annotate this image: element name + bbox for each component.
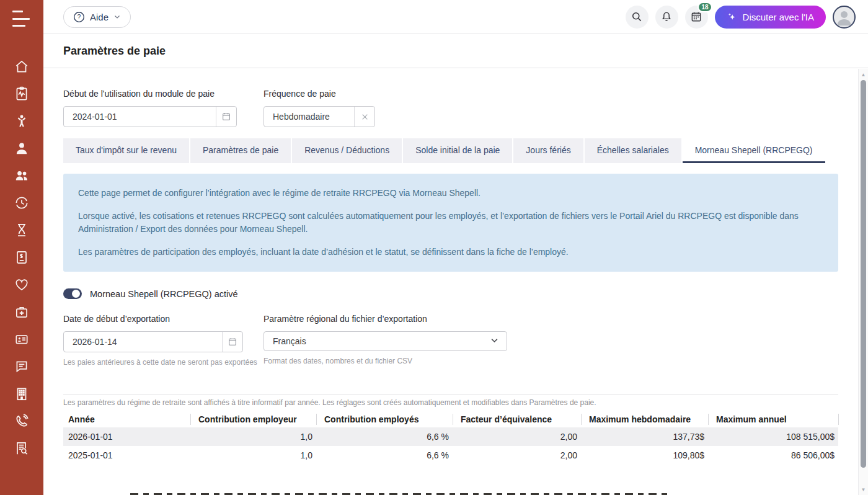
table-cell: 109,80$: [581, 450, 708, 460]
sidebar-item-employee[interactable]: [8, 136, 35, 163]
table-header-row: AnnéeContribution employeurContribution …: [63, 411, 838, 427]
table-cell: 2,00: [453, 432, 581, 442]
column-header: Maximum hebdomadaire: [581, 414, 708, 425]
chat-ai-label: Discuter avec l'IA: [743, 12, 814, 22]
people-icon: [14, 167, 30, 186]
help-button[interactable]: ? Aide: [63, 6, 131, 28]
column-header: Contribution employés: [316, 414, 453, 425]
sidebar-item-first-aid-kit[interactable]: [8, 300, 35, 327]
tab-6[interactable]: Morneau Shepell (RRCPEGQ): [683, 138, 825, 163]
pay-frequency-label: Fréquence de paie: [264, 89, 375, 99]
chat-icon: [14, 359, 30, 377]
sidebar-item-health-report[interactable]: [8, 81, 35, 109]
id-card-icon: [14, 331, 30, 350]
sidebar-item-pay-statement[interactable]: [8, 245, 35, 272]
scroll-down-icon[interactable]: ▼: [859, 485, 868, 494]
page-title: Paramètres de paie: [63, 45, 166, 58]
topbar: ? Aide 18 Discuter avec l'IA: [43, 0, 868, 34]
tab-4[interactable]: Jours fériés: [513, 138, 583, 163]
export-date-value: 2026-01-14: [64, 332, 222, 352]
vertical-scrollbar[interactable]: ▲ ▼: [858, 69, 868, 495]
tab-2[interactable]: Revenus / Déductions: [292, 138, 402, 163]
tab-0[interactable]: Taux d'impôt sur le revenu: [63, 138, 189, 163]
report-search-icon: [14, 440, 30, 459]
table-cell: 2025-01-01: [63, 450, 190, 460]
menu-icon[interactable]: [12, 11, 31, 27]
export-date-input[interactable]: 2026-01-14: [63, 331, 243, 352]
main-area: ? Aide 18 Discuter avec l'IA: [43, 0, 868, 495]
building-icon: [14, 386, 30, 404]
export-locale-select[interactable]: Français: [264, 331, 507, 351]
sparkle-icon: [727, 12, 737, 22]
toggle-label: Morneau Shepell (RRCPEGQ) activé: [90, 289, 238, 299]
payroll-start-input[interactable]: 2024-01-01: [63, 106, 237, 127]
sidebar-item-phone[interactable]: [8, 409, 35, 436]
search-icon: [631, 11, 643, 23]
pay-statement-icon: [14, 249, 30, 268]
table-cell: 1,0: [190, 432, 316, 442]
date-picker-icon[interactable]: [222, 332, 242, 352]
payroll-start-label: Début de l'utilisation du module de paie: [63, 89, 264, 99]
child-icon: [14, 113, 30, 132]
phone-icon: [14, 413, 30, 432]
table-cell: 2,00: [453, 450, 581, 460]
employee-icon: [14, 140, 30, 159]
export-locale-helper: Format des dates, nombres et du fichier …: [264, 357, 507, 365]
question-icon: ?: [73, 11, 85, 23]
sidebar-item-clock[interactable]: [8, 190, 35, 218]
help-label: Aide: [90, 12, 108, 22]
avatar[interactable]: [833, 6, 856, 29]
table-body: 2026-01-011,06,6 %2,00137,73$108 515,00$…: [63, 427, 838, 465]
tab-bar: Taux d'impôt sur le revenuParamètres de …: [63, 138, 838, 163]
calendar-button[interactable]: 18: [685, 6, 708, 29]
tab-5[interactable]: Échelles salariales: [585, 138, 681, 163]
column-header: Maximum annuel: [708, 414, 838, 425]
chevron-down-icon: [490, 336, 499, 347]
table-cell: 108 515,00$: [708, 432, 838, 442]
sidebar-item-home[interactable]: [8, 54, 35, 81]
table-cell: 86 506,00$: [708, 450, 838, 460]
search-button[interactable]: [626, 6, 649, 29]
column-header: Facteur d’équivalence: [453, 414, 581, 425]
clock-icon: [14, 195, 30, 213]
table-cell: 6,6 %: [316, 450, 453, 460]
title-bar: Paramètres de paie: [43, 34, 868, 68]
sidebar-item-report-search[interactable]: [8, 436, 35, 463]
table-row[interactable]: 2026-01-011,06,6 %2,00137,73$108 515,00$: [63, 427, 838, 446]
svg-text:?: ?: [78, 14, 81, 20]
notifications-button[interactable]: [655, 6, 678, 29]
tab-3[interactable]: Solde initial de la paie: [403, 138, 512, 163]
sidebar-item-id-card[interactable]: [8, 327, 35, 354]
export-locale-value: Français: [273, 336, 306, 346]
sidebar-item-building[interactable]: [8, 381, 35, 409]
info-paragraph-2: Les paramètres de participation des empl…: [78, 246, 823, 259]
table-row[interactable]: 2025-01-011,06,6 %2,00109,80$86 506,00$: [63, 446, 838, 465]
column-header: Contribution employeur: [190, 414, 316, 425]
info-paragraph-1: Lorsque activé, les cotisations et reten…: [78, 210, 823, 236]
sidebar-item-child[interactable]: [8, 109, 35, 136]
calendar-badge: 18: [698, 2, 712, 12]
info-paragraph-0: Cette page permet de configurer l’intégr…: [78, 187, 823, 200]
chevron-down-icon: [113, 13, 121, 20]
pay-frequency-input[interactable]: Hebdomadaire: [264, 106, 375, 127]
sidebar: [0, 0, 43, 495]
sidebar-item-people[interactable]: [8, 163, 35, 190]
info-panel: Cette page permet de configurer l’intégr…: [63, 174, 838, 272]
bell-icon: [660, 11, 673, 23]
sidebar-item-chat[interactable]: [8, 354, 35, 381]
table-cell: 6,6 %: [316, 432, 453, 442]
morneau-shepell-toggle[interactable]: [63, 288, 82, 299]
date-picker-icon[interactable]: [216, 107, 236, 127]
pay-frequency-value: Hebdomadaire: [264, 107, 354, 127]
sidebar-item-hourglass[interactable]: [8, 218, 35, 245]
sidebar-item-heart[interactable]: [8, 272, 35, 300]
clear-icon[interactable]: [354, 107, 374, 127]
sidebar-nav: [8, 54, 35, 463]
tab-1[interactable]: Paramètres de paie: [190, 138, 291, 163]
chat-ai-button[interactable]: Discuter avec l'IA: [715, 6, 826, 29]
scroll-up-icon[interactable]: ▲: [859, 70, 868, 79]
heart-icon: [14, 277, 30, 295]
column-header: Année: [63, 414, 190, 424]
calendar-icon: [690, 11, 702, 23]
scrollbar-thumb[interactable]: [861, 80, 866, 468]
